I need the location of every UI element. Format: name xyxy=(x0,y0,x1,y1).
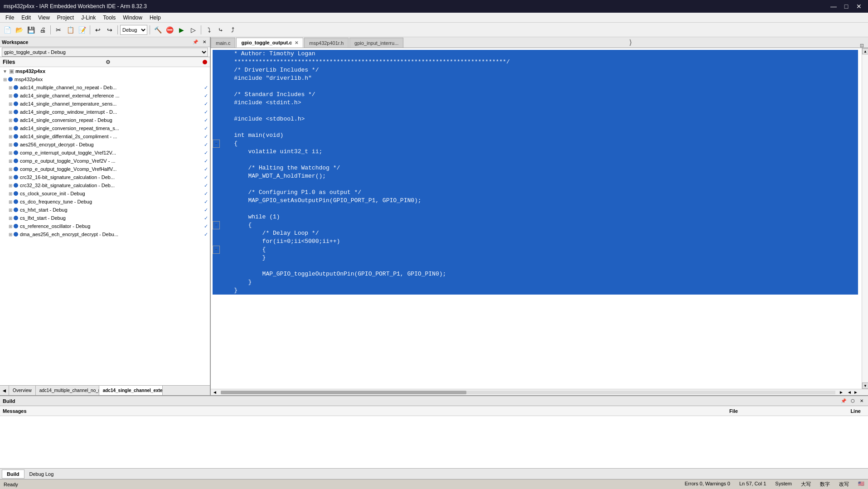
scroll-tab-prev[interactable]: ◄ xyxy=(847,390,852,395)
build-tab[interactable]: Build xyxy=(2,470,24,479)
build-button[interactable]: 🔨 xyxy=(152,24,163,35)
item-label: comp_e_output_toggle_Vcomp_VrefHalfV... xyxy=(20,166,204,172)
workspace-close-icon[interactable]: ✕ xyxy=(201,39,208,46)
open-file-button[interactable]: 📂 xyxy=(14,24,24,35)
tree-item[interactable]: ⊞comp_e_output_toggle_Vcomp_VrefHalfV...… xyxy=(0,165,210,173)
save-file-button[interactable]: 💾 xyxy=(25,24,36,35)
code-area[interactable]: * Author: Timothy Logan ****************… xyxy=(211,48,862,389)
tree-item[interactable]: ⊞adc14_single_differntial_2s_compliment … xyxy=(0,132,210,140)
workspace-config-dropdown[interactable]: gpio_toggle_output - Debug xyxy=(0,47,210,57)
code-tab[interactable]: gpio_toggle_output.c✕ xyxy=(236,38,303,48)
tree-item[interactable]: ⊞cs_reference_oscillator - Debug✓ xyxy=(0,222,210,230)
item-label: comp_e_interrupt_output_toggle_Vref12V..… xyxy=(20,150,204,155)
stop-button[interactable]: ⛔ xyxy=(164,24,175,35)
new-file-button[interactable]: 📄 xyxy=(2,24,13,35)
tree-item[interactable]: ⊞crc32_16-bit_signature_calculation - De… xyxy=(0,173,210,181)
step-over-button[interactable]: ⤵ xyxy=(204,24,214,35)
menu-item-window[interactable]: Window xyxy=(119,14,146,22)
debug-without-dl-button[interactable]: ▷ xyxy=(188,24,199,35)
tree-item[interactable]: ⊞aes256_encrypt_decrypt - Debug✓ xyxy=(0,140,210,149)
build-tab[interactable]: Debug Log xyxy=(24,470,59,479)
code-tab[interactable]: main.c xyxy=(211,38,235,48)
paste-button[interactable]: 📝 xyxy=(77,24,87,35)
workspace-pin-icon[interactable]: 📌 xyxy=(192,39,199,46)
check-icon: ✓ xyxy=(204,126,208,131)
menu-item-view[interactable]: View xyxy=(34,14,53,22)
copy-button[interactable]: 📋 xyxy=(65,24,76,35)
tree-item[interactable]: ⊞cs_hfxt_start - Debug✓ xyxy=(0,206,210,214)
right-panel-icon[interactable]: ⊟ xyxy=(857,44,868,48)
menu-item-tools[interactable]: Tools xyxy=(99,14,119,22)
status-lang2: 数字 xyxy=(820,481,830,488)
maximize-button[interactable]: □ xyxy=(841,2,852,10)
scroll-up-button[interactable]: ▲ xyxy=(862,48,868,54)
config-dropdown[interactable]: Debug xyxy=(120,25,147,35)
dot-icon xyxy=(14,150,18,155)
expand-icon: ⊞ xyxy=(7,199,14,205)
tree-item[interactable]: ⊞cs_clock_source_init - Debug✓ xyxy=(0,189,210,198)
workspace-bottom-tab[interactable]: adc14_multiple_channel_no_repa xyxy=(36,386,99,395)
tree-item[interactable]: ⊞comp_e_output_toggle_Vcomp_Vref2V - ...… xyxy=(0,157,210,165)
close-button[interactable]: ✕ xyxy=(853,2,864,10)
tree-item[interactable]: ⊞msp432p4xx xyxy=(0,75,210,83)
dot-icon xyxy=(14,175,18,179)
tree-item[interactable]: ⊞adc14_single_channel_external_reference… xyxy=(0,92,210,100)
workspace-bottom-tab[interactable]: Overview xyxy=(9,386,36,395)
tree-item[interactable]: ⊞cs_dco_frequency_tune - Debug✓ xyxy=(0,198,210,206)
scroll-left-btn[interactable]: ◄ xyxy=(211,390,219,395)
step-out-button[interactable]: ⤴ xyxy=(227,24,238,35)
minimize-button[interactable]: — xyxy=(828,2,839,10)
menu-item-file[interactable]: File xyxy=(2,14,18,22)
code-tab[interactable]: gpio_input_interru... xyxy=(349,38,403,48)
code-text: /* Delay Loop */ xyxy=(220,229,858,237)
tree-item[interactable]: ⊞cs_lfxt_start - Debug✓ xyxy=(0,214,210,222)
tab-close-icon[interactable]: ✕ xyxy=(295,40,298,45)
tree-item[interactable]: ⊞adc14_single_channel_temperature_sens..… xyxy=(0,100,210,108)
print-button[interactable]: 🖨 xyxy=(37,24,48,35)
tab-extra-controls[interactable]: ⟩ xyxy=(626,37,635,48)
fold-gutter[interactable]: − xyxy=(213,221,220,229)
download-debug-button[interactable]: ▶ xyxy=(176,24,187,35)
workspace-bottom-tab[interactable]: adc14_single_channel_external_referenc xyxy=(99,386,163,395)
build-pin-icon[interactable]: 📌 xyxy=(840,397,847,405)
build-close-icon[interactable]: ✕ xyxy=(858,397,865,405)
redo-button[interactable]: ↪ xyxy=(104,24,115,35)
tree-item[interactable]: ⊞adc14_single_conversion_repeat_timera_s… xyxy=(0,124,210,132)
menu-item-edit[interactable]: Edit xyxy=(18,14,34,22)
cut-button[interactable]: ✂ xyxy=(53,24,64,35)
tree-item[interactable]: ⊞comp_e_interrupt_output_toggle_Vref12V.… xyxy=(0,149,210,157)
fold-gutter[interactable]: − xyxy=(213,140,220,148)
item-label: cs_reference_oscillator - Debug xyxy=(20,223,204,229)
tree-item[interactable]: ⊞dma_aes256_ech_encrypt_decrypt - Debu..… xyxy=(0,230,210,238)
tree-item[interactable]: ⊞adc14_single_comp_window_interrupt - D.… xyxy=(0,108,210,116)
expand-icon: ⊞ xyxy=(7,133,14,140)
menu-item-j-link[interactable]: J-Link xyxy=(78,14,99,22)
root-label: msp432p4xx xyxy=(15,68,208,74)
dot-icon xyxy=(8,77,13,82)
tree-item[interactable]: ⊞adc14_single_conversion_repeat - Debug✓ xyxy=(0,116,210,124)
code-horizontal-scrollbar[interactable]: ◄ ► ◄ ► xyxy=(211,389,868,395)
files-settings-icon[interactable]: ⚙ xyxy=(104,58,112,66)
config-select[interactable]: gpio_toggle_output - Debug xyxy=(2,48,208,57)
fold-gutter[interactable]: − xyxy=(213,246,220,254)
menu-item-project[interactable]: Project xyxy=(53,14,78,22)
files-tree[interactable]: ▼ ▣ msp432p4xx ⊞msp432p4xx⊞adc14_multipl… xyxy=(0,67,210,385)
build-max-icon[interactable]: ⬡ xyxy=(849,397,856,405)
right-scrollbar[interactable]: ▲ ▼ xyxy=(862,48,868,389)
item-label: crc32_32-bit_signature_calculation - Deb… xyxy=(20,183,204,188)
step-into-button[interactable]: ⤷ xyxy=(215,24,226,35)
scroll-down-button[interactable]: ▼ xyxy=(862,382,868,389)
menu-item-help[interactable]: Help xyxy=(146,14,165,22)
check-icon: ✓ xyxy=(204,158,208,164)
scroll-right-btn[interactable]: ► xyxy=(837,390,845,395)
code-tab[interactable]: msp432p401r.h xyxy=(304,38,349,48)
dot-icon xyxy=(14,232,18,237)
build-header: Build 📌 ⬡ ✕ xyxy=(0,396,868,406)
tree-item[interactable]: ⊞crc32_32-bit_signature_calculation - De… xyxy=(0,181,210,189)
undo-button[interactable]: ↩ xyxy=(92,24,103,35)
scroll-tab-next[interactable]: ► xyxy=(853,390,858,395)
tree-item[interactable]: ⊞adc14_multiple_channel_no_repeat - Deb.… xyxy=(0,83,210,92)
tree-root-node[interactable]: ▼ ▣ msp432p4xx xyxy=(0,67,210,75)
code-panel: main.cgpio_toggle_output.c✕msp432p401r.h… xyxy=(211,37,868,395)
ws-tabs-more-btn[interactable]: ◄ xyxy=(0,386,9,395)
